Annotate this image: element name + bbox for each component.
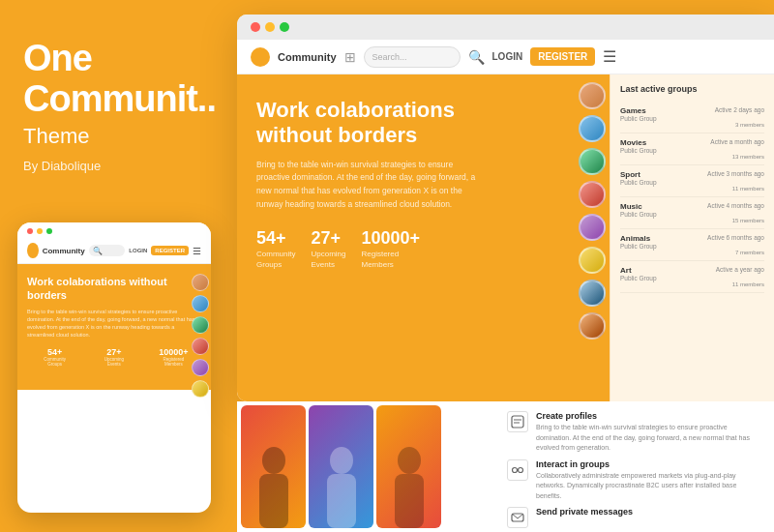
mobile-avatar-6 bbox=[192, 380, 209, 398]
svg-rect-6 bbox=[512, 416, 523, 428]
svg-point-2 bbox=[330, 447, 353, 474]
browser-stat-groups: 54+ CommunityGroups bbox=[256, 228, 295, 270]
hero-title-collaborations: colaborations bbox=[315, 98, 455, 122]
browser-avatar-1 bbox=[579, 82, 606, 109]
groups-sidebar-title: Last active groups bbox=[620, 84, 764, 94]
mobile-mockup: Community 🔍 LOGIN REGISTER ☰ Work colabo… bbox=[17, 222, 211, 513]
mobile-logo-circle bbox=[27, 243, 39, 258]
mobile-dot-green bbox=[46, 228, 52, 234]
mobile-top-bar bbox=[17, 222, 211, 238]
mobile-avatar-3 bbox=[192, 316, 209, 334]
image-box-2 bbox=[309, 405, 373, 528]
mobile-dot-red bbox=[27, 228, 33, 234]
browser-avatar-6 bbox=[579, 247, 606, 274]
browser-stat-events: 27+ UpcomingEvents bbox=[311, 228, 345, 270]
mobile-community-text: Community bbox=[43, 247, 85, 255]
group-item-sport[interactable]: Active 3 months ago Sport Public Group 1… bbox=[620, 165, 764, 197]
browser-nav-grid-icon[interactable]: ⊞ bbox=[344, 49, 356, 65]
browser-login-button[interactable]: LOGIN bbox=[492, 51, 523, 62]
browser-dot-green bbox=[280, 22, 289, 32]
browser-search-placeholder: Search... bbox=[372, 52, 407, 62]
svg-point-9 bbox=[513, 467, 518, 472]
person-silhouette-3 bbox=[385, 441, 433, 528]
mobile-hero-title: Work colaborations without borders bbox=[27, 276, 201, 303]
mobile-avatar-2 bbox=[192, 295, 209, 312]
browser-dot-yellow bbox=[265, 22, 275, 32]
browser-nav: Community ⊞ Search... 🔍 LOGIN REGISTER ☰ bbox=[237, 40, 774, 74]
mobile-menu-icon[interactable]: ☰ bbox=[193, 246, 201, 256]
browser-register-button[interactable]: REGISTER bbox=[530, 47, 595, 66]
feature-create-profiles: Create profiles Bring to the table win-w… bbox=[507, 411, 760, 454]
mobile-avatar-4 bbox=[192, 338, 209, 355]
browser-hero-desc: Bring to the table win-win survival stra… bbox=[256, 159, 479, 211]
mobile-stats: 54+ CommunityGroups 27+ UpcomingEvents 1… bbox=[27, 347, 201, 369]
svg-rect-5 bbox=[395, 474, 424, 528]
hero-title-line2: without borders bbox=[256, 123, 417, 147]
browser-top-bar bbox=[237, 15, 774, 40]
mobile-login-button[interactable]: LOGIN bbox=[129, 248, 147, 253]
browser-search-box[interactable]: Search... bbox=[364, 46, 461, 68]
person-silhouette-2 bbox=[317, 441, 366, 528]
feature-private-messages: Send private messages bbox=[507, 507, 760, 528]
browser-avatar-5 bbox=[579, 214, 606, 241]
browser-groups-sidebar: Last active groups Active 2 days ago Gam… bbox=[610, 74, 774, 401]
person-silhouette-1 bbox=[250, 441, 298, 528]
image-strip bbox=[237, 401, 445, 532]
private-messages-icon bbox=[507, 507, 528, 528]
mobile-nav: Community 🔍 LOGIN REGISTER ☰ bbox=[17, 238, 211, 264]
browser-menu-icon[interactable]: ☰ bbox=[603, 47, 616, 66]
create-profiles-icon bbox=[507, 411, 528, 432]
browser-stat-members: 10000+ RegisteredMembers bbox=[361, 228, 420, 270]
browser-hero-avatars bbox=[579, 82, 606, 340]
mobile-stat-groups: 54+ CommunityGroups bbox=[27, 347, 82, 369]
browser-mockup: Community ⊞ Search... 🔍 LOGIN REGISTER ☰… bbox=[237, 15, 774, 401]
mobile-avatar-1 bbox=[192, 274, 209, 291]
svg-point-4 bbox=[398, 447, 421, 474]
mobile-search-icon: 🔍 bbox=[93, 247, 103, 255]
interact-groups-icon bbox=[507, 459, 528, 481]
browser-content: Work colaborations without borders Bring… bbox=[237, 74, 774, 401]
image-box-1 bbox=[241, 405, 306, 528]
bottom-section: Create profiles Bring to the table win-w… bbox=[237, 401, 774, 532]
feature-items: Create profiles Bring to the table win-w… bbox=[493, 401, 774, 532]
browser-stats: 54+ CommunityGroups 27+ UpcomingEvents 1… bbox=[256, 228, 590, 270]
mobile-stat-events: 27+ UpcomingEvents bbox=[86, 347, 141, 369]
group-item-art[interactable]: Active a year ago Art Public Group 11 me… bbox=[620, 261, 764, 293]
feature-interact-groups: Interact in groups Collaboratively admin… bbox=[507, 459, 760, 502]
group-item-music[interactable]: Active 4 months ago Music Public Group 1… bbox=[620, 197, 764, 229]
browser-nav-community: Community bbox=[278, 51, 337, 63]
mobile-hero: Work colaborations without borders Bring… bbox=[17, 264, 211, 390]
browser-avatar-2 bbox=[579, 115, 606, 142]
browser-logo-circle bbox=[251, 47, 270, 67]
group-item-movies[interactable]: Active a month ago Movies Public Group 1… bbox=[620, 133, 764, 165]
mobile-register-button[interactable]: REGISTER bbox=[151, 246, 189, 255]
mobile-hero-avatars bbox=[192, 274, 209, 398]
browser-hero: Work colaborations without borders Bring… bbox=[237, 74, 610, 401]
svg-rect-1 bbox=[259, 474, 288, 528]
mobile-dot-yellow bbox=[37, 228, 43, 234]
svg-rect-3 bbox=[327, 474, 356, 528]
svg-point-0 bbox=[262, 447, 285, 474]
feature-interact-groups-text: Interact in groups Collaboratively admin… bbox=[536, 459, 760, 502]
brand-title: One Communit.. Theme By Diabolique bbox=[23, 39, 209, 173]
browser-avatar-7 bbox=[579, 280, 606, 307]
mobile-hero-desc: Bring to the table win-win survival stra… bbox=[27, 308, 201, 340]
mobile-search-box[interactable]: 🔍 bbox=[89, 245, 126, 256]
browser-search-icon[interactable]: 🔍 bbox=[468, 49, 485, 65]
feature-private-messages-text: Send private messages bbox=[536, 507, 633, 518]
svg-point-10 bbox=[519, 467, 523, 472]
mobile-avatar-5 bbox=[192, 359, 209, 376]
browser-avatar-8 bbox=[579, 312, 606, 340]
hero-title-bold: Work bbox=[256, 98, 310, 122]
browser-hero-title: Work colaborations without borders bbox=[256, 98, 590, 149]
browser-avatar-4 bbox=[579, 181, 606, 208]
browser-dot-red bbox=[251, 22, 260, 32]
left-panel: One Communit.. Theme By Diabolique Commu… bbox=[0, 0, 232, 532]
browser-avatar-3 bbox=[579, 148, 606, 175]
group-item-animals[interactable]: Active 6 months ago Animals Public Group… bbox=[620, 229, 764, 261]
group-item-games[interactable]: Active 2 days ago Games Public Group 3 m… bbox=[620, 102, 764, 133]
image-box-3 bbox=[376, 405, 441, 528]
feature-create-profiles-text: Create profiles Bring to the table win-w… bbox=[536, 411, 760, 454]
